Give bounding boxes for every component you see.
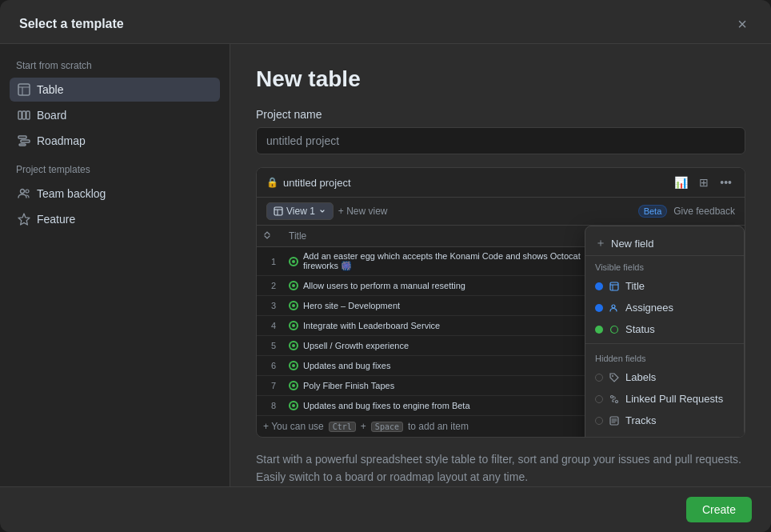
svg-point-21 (616, 400, 618, 402)
board-icon (18, 109, 30, 122)
linked-prs-indicator (595, 395, 603, 403)
labels-field-indicator (595, 374, 603, 382)
preview-header-actions: 📊 ⊞ ••• (671, 174, 735, 190)
page-title: New table (256, 66, 745, 92)
give-feedback[interactable]: Give feedback (673, 206, 735, 217)
modal-header: Select a template × (0, 0, 771, 44)
field-status[interactable]: Status (585, 318, 744, 340)
status-field-indicator (595, 326, 603, 334)
svg-rect-0 (18, 84, 30, 95)
svg-point-9 (21, 190, 25, 194)
ctrl-key: Ctrl (329, 422, 356, 432)
view1-tab[interactable]: View 1 (266, 202, 334, 220)
reviewers-icon (609, 438, 619, 438)
preview-project-name: 🔒 untitled project (266, 177, 351, 189)
tracks-label: Tracks (625, 414, 657, 426)
svg-rect-3 (18, 111, 22, 119)
field-title[interactable]: Title (585, 275, 744, 297)
more-icon-btn[interactable]: ••• (717, 174, 735, 190)
svg-rect-7 (21, 140, 30, 142)
preview-toolbar: View 1 + New view Beta Give feedback (257, 198, 745, 226)
svg-point-10 (26, 190, 29, 193)
labels-field-label: Labels (625, 371, 656, 383)
labels-icon (609, 373, 619, 382)
new-view-btn[interactable]: + New view (338, 206, 388, 217)
sidebar-item-feature[interactable]: Feature (10, 207, 220, 231)
hidden-fields-section: Hidden fields (585, 347, 744, 366)
title-field-label: Title (625, 280, 645, 292)
field-tracks[interactable]: Tracks (585, 410, 744, 431)
svg-rect-14 (610, 282, 618, 290)
table-icon (18, 83, 30, 96)
sidebar-item-team-backlog-label: Team backlog (37, 187, 106, 200)
add-row-suffix: to add an item (408, 421, 469, 432)
project-name-label: Project name (256, 108, 745, 121)
sidebar-item-roadmap-label: Roadmap (37, 134, 86, 147)
tracks-icon (609, 416, 619, 426)
field-labels[interactable]: Labels (585, 366, 744, 388)
roadmap-icon (18, 134, 30, 147)
sidebar-item-roadmap[interactable]: Roadmap (10, 129, 220, 153)
svg-rect-5 (26, 111, 30, 119)
plus-icon: ＋ (595, 236, 606, 250)
assignees-field-indicator (595, 304, 603, 312)
linked-prs-icon (609, 394, 619, 404)
select-template-modal: Select a template × Start from scratch T… (0, 0, 771, 532)
preview-header: 🔒 untitled project 📊 ⊞ ••• (257, 168, 745, 198)
sidebar: Start from scratch Table (0, 44, 230, 486)
people-icon (18, 187, 30, 200)
toolbar-right: Beta Give feedback (638, 205, 735, 218)
status-field-icon (609, 325, 619, 334)
sidebar-item-table[interactable]: Table (10, 78, 220, 102)
svg-rect-6 (18, 136, 26, 138)
space-key: Space (371, 422, 403, 432)
sidebar-item-board[interactable]: Board (10, 103, 220, 127)
create-button[interactable]: Create (686, 497, 752, 522)
assignees-field-icon (609, 303, 619, 313)
add-row-text: + You can use (263, 421, 324, 432)
svg-rect-11 (274, 207, 282, 215)
title-field-indicator (595, 282, 603, 290)
linked-prs-label: Linked Pull Requests (625, 393, 723, 405)
field-linked-prs[interactable]: Linked Pull Requests (585, 388, 744, 410)
sort-col-header (257, 226, 282, 246)
templates-section-label: Project templates (10, 154, 220, 182)
scratch-section-label: Start from scratch (10, 57, 220, 78)
modal-body: Start from scratch Table (0, 44, 771, 486)
assignees-field-label: Assignees (625, 302, 673, 314)
sidebar-item-table-label: Table (37, 83, 63, 96)
new-field-button[interactable]: ＋ New field (585, 231, 744, 256)
sidebar-item-board-label: Board (37, 109, 66, 122)
new-field-label: New field (611, 238, 653, 250)
reviewers-label: Reviewers (625, 436, 674, 438)
description-text: Start with a powerful spreadsheet style … (256, 450, 745, 486)
lock-icon: 🔒 (266, 177, 278, 188)
divider (585, 343, 744, 344)
project-name-input[interactable] (256, 127, 745, 154)
status-field-label: Status (625, 323, 655, 335)
view-tab-area: View 1 + New view (266, 202, 388, 220)
title-field-icon (609, 282, 619, 291)
close-button[interactable]: × (733, 14, 752, 34)
field-assignees[interactable]: Assignees (585, 297, 744, 318)
beta-badge: Beta (638, 205, 668, 218)
preview-content: Title Assignees 1 Add an easter egg whic… (257, 226, 745, 437)
modal-footer: Create (0, 486, 771, 532)
tracks-indicator (595, 417, 603, 425)
main-content: New table Project name 🔒 untitled projec… (230, 44, 771, 486)
sidebar-item-team-backlog[interactable]: Team backlog (10, 182, 220, 206)
field-reviewers[interactable]: Reviewers (585, 431, 744, 438)
svg-point-19 (612, 375, 613, 377)
modal-title: Select a template (19, 17, 124, 31)
chart-icon-btn[interactable]: 📊 (671, 174, 691, 190)
feature-icon (18, 213, 30, 226)
fields-dropdown: ＋ New field Visible fields Title A (585, 226, 745, 438)
svg-rect-8 (19, 144, 26, 146)
view1-label: View 1 (286, 206, 315, 217)
sidebar-item-feature-label: Feature (37, 213, 75, 226)
layout-icon-btn[interactable]: ⊞ (696, 174, 712, 190)
svg-point-18 (611, 326, 618, 333)
svg-point-17 (612, 305, 615, 308)
preview-container: 🔒 untitled project 📊 ⊞ ••• View 1 (256, 167, 745, 438)
svg-rect-4 (22, 111, 26, 119)
